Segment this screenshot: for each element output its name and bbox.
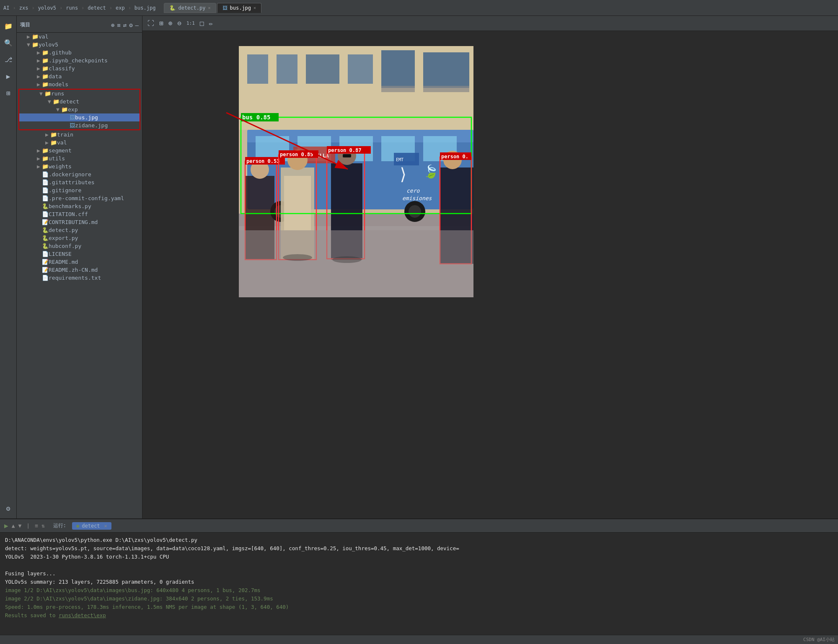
tree-label-yolov5: yolov5 [39, 41, 58, 48]
settings-tool-icon[interactable]: ⚙ [2, 502, 15, 515]
tree-item-hubconf[interactable]: 🐍 hubconf.py [17, 242, 142, 250]
tree-item-data[interactable]: ▶ 📁 data [17, 72, 142, 80]
sidebar-minimize-icon[interactable]: — [135, 22, 139, 28]
tree-label-citation: CITATION.cff [49, 211, 88, 217]
tree-label-benchmarks: benchmarks.py [49, 203, 91, 209]
citation-icon: 📄 [42, 211, 49, 217]
folder-val2-icon: 📁 [50, 139, 57, 146]
app-window: AI › zxs › yolov5 › runs › detect › exp … [0, 0, 838, 644]
tree-item-ipynb[interactable]: ▶ 📁 .ipynb_checkpoints [17, 57, 142, 64]
image-view: MAS SEVILLA EMT ⟩ cero emisiones 🍃 [142, 31, 838, 518]
svg-rect-59 [239, 230, 473, 297]
breadcrumb-yolov5: yolov5 [38, 5, 56, 11]
sidebar-expand-icon[interactable]: ⇄ [123, 22, 127, 28]
tree-item-exp[interactable]: ▼ 📁 exp [19, 106, 140, 113]
terminal-tab-label: detect [82, 523, 100, 529]
sidebar-add-icon[interactable]: ⊕ [111, 22, 114, 28]
tab-detect-py-label: detect.py [178, 5, 205, 11]
terminal-line-10: Results saved to runs\detect\exp [5, 611, 833, 620]
terminal-line-8: image 2/2 D:\AI\zxs\yolov5\data\images\z… [5, 595, 833, 603]
tree-item-gitignore[interactable]: 📄 .gitignore [17, 186, 142, 194]
zoom-out-icon[interactable]: ⊖ [177, 19, 181, 27]
fit-page-icon[interactable]: □ [200, 19, 204, 27]
terminal-line-5: Fusing layers... [5, 569, 833, 578]
svg-rect-38 [284, 176, 311, 230]
tree-item-github[interactable]: ▶ 📁 .github [17, 49, 142, 57]
breadcrumb-file: bus.jpg [134, 5, 156, 11]
tree-label-hubconf: hubconf.py [49, 243, 81, 249]
svg-text:🍃: 🍃 [423, 164, 439, 179]
terminal-sort-icon[interactable]: ⇅ [41, 523, 45, 529]
tree-label-models: models [49, 81, 68, 88]
terminal-line-1: D:\ANACONDA\envs\yolov5\python.exe D:\AI… [5, 536, 833, 544]
tree-item-zidane-jpg[interactable]: 🖼 zidane.jpg [19, 121, 140, 129]
tree-item-utils[interactable]: ▶ 📁 utils [17, 155, 142, 162]
tree-item-license[interactable]: 📄 LICENSE [17, 250, 142, 258]
tree-label-readme-cn: README.zh-CN.md [49, 267, 98, 273]
md-contributing-icon: 📝 [42, 219, 49, 225]
search-tool-icon[interactable]: 🔍 [2, 36, 15, 49]
folder-tool-icon[interactable]: 📁 [2, 19, 15, 33]
tree-item-detect[interactable]: ▼ 📁 detect [19, 98, 140, 106]
terminal-wrap-icon[interactable]: ≡ [35, 523, 38, 529]
run-label: 运行: [53, 522, 66, 529]
folder-data-icon: 📁 [42, 73, 49, 80]
tree-item-detect-py[interactable]: 🐍 detect.py [17, 226, 142, 234]
tree-item-train[interactable]: ▶ 📁 train [17, 131, 142, 139]
svg-text:⟩: ⟩ [398, 165, 408, 184]
license-icon: 📄 [42, 251, 49, 257]
tree-item-precommit[interactable]: 📄 .pre-commit-config.yaml [17, 194, 142, 202]
folder-utils-icon: 📁 [42, 155, 49, 162]
folder-models-icon: 📁 [42, 81, 49, 88]
sidebar-settings-icon[interactable]: ⚙ [129, 22, 132, 28]
run-tool-icon[interactable]: ▶ [2, 70, 15, 83]
svg-text:person 0.87: person 0.87 [328, 147, 361, 153]
tree-item-dockerignore[interactable]: 📄 .dockerignore [17, 170, 142, 178]
svg-point-33 [409, 205, 421, 218]
tree-item-weights[interactable]: ▶ 📁 weights [17, 162, 142, 170]
breadcrumb: AI › zxs › yolov5 › runs › detect › exp … [3, 5, 155, 11]
grid-view-icon[interactable]: ⊞ [159, 19, 163, 27]
tree-item-benchmarks[interactable]: 🐍 benchmarks.py [17, 202, 142, 210]
sidebar-collapse-icon[interactable]: ≡ [117, 22, 120, 28]
tree-item-gitattributes[interactable]: 📄 .gitattributes [17, 178, 142, 186]
py-export-icon: 🐍 [42, 235, 49, 241]
terminal-play-icon[interactable]: ▶ [4, 522, 8, 530]
tree-item-requirements[interactable]: 📄 requirements.txt [17, 274, 142, 282]
tab-detect-py[interactable]: 🐍 detect.py ✕ [164, 3, 216, 13]
tree-item-readme[interactable]: 📝 README.md [17, 258, 142, 266]
terminal-up-icon[interactable]: ▲ [12, 523, 15, 529]
tree-item-contributing[interactable]: 📝 CONTRIBUTING.md [17, 218, 142, 226]
top-bar: AI › zxs › yolov5 › runs › detect › exp … [0, 0, 838, 16]
tree-item-bus-jpg[interactable]: 🖼 bus.jpg [19, 113, 140, 121]
tree-label-train: train [57, 131, 73, 138]
tab-bus-jpg-close[interactable]: ✕ [253, 5, 256, 10]
svg-text:EMT: EMT [396, 157, 403, 162]
terminal-tab-detect[interactable]: ● detect ✕ [72, 522, 111, 530]
tree-item-readme-cn[interactable]: 📝 README.zh-CN.md [17, 266, 142, 274]
terminal-down-icon[interactable]: ▼ [18, 523, 21, 529]
tree-item-models[interactable]: ▶ 📁 models [17, 80, 142, 88]
terminal-line-4 [5, 561, 833, 569]
edit-icon[interactable]: ✏ [209, 19, 213, 27]
tree-label-license: LICENSE [49, 251, 72, 257]
tab-detect-py-close[interactable]: ✕ [208, 5, 210, 10]
tree-item-val-top[interactable]: ▶ 📁 val [17, 33, 142, 41]
py-icon: 🐍 [169, 5, 176, 11]
tree-label-requirements: requirements.txt [49, 275, 101, 281]
tree-item-runs[interactable]: ▼ 📁 runs [19, 90, 140, 98]
terminal-tab-close[interactable]: ✕ [104, 523, 107, 529]
tree-item-yolov5[interactable]: ▼ 📁 yolov5 [17, 41, 142, 49]
fullscreen-icon[interactable]: ⛶ [147, 19, 154, 27]
plugin-tool-icon[interactable]: ⊞ [2, 86, 15, 100]
tree-item-classify[interactable]: ▶ 📁 classify [17, 64, 142, 72]
git-tool-icon[interactable]: ⎇ [2, 53, 15, 66]
svg-rect-12 [423, 86, 469, 92]
tree-item-val2[interactable]: ▶ 📁 val [17, 139, 142, 147]
tree-item-segment[interactable]: ▶ 📁 segment [17, 147, 142, 155]
actual-size-icon[interactable]: 1:1 [186, 21, 195, 26]
tree-item-export-py[interactable]: 🐍 export.py [17, 234, 142, 242]
tree-item-citation[interactable]: 📄 CITATION.cff [17, 210, 142, 218]
zoom-in-icon[interactable]: ⊕ [168, 19, 173, 27]
tab-bus-jpg[interactable]: 🖼 bus.jpg ✕ [217, 3, 262, 13]
